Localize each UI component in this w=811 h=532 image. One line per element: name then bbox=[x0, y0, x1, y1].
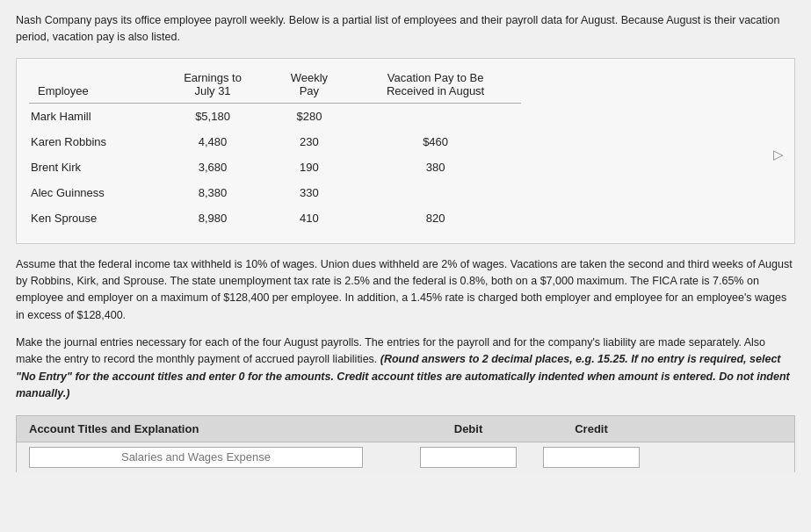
weekly-value: 190 bbox=[269, 155, 351, 180]
credit-input[interactable] bbox=[543, 447, 640, 468]
journal-header-row: Account Titles and Explanation Debit Cre… bbox=[16, 415, 795, 442]
assume-paragraph: Assume that the federal income tax withh… bbox=[16, 256, 795, 325]
earnings-value: $5,180 bbox=[156, 103, 268, 129]
journal-account-col[interactable] bbox=[29, 447, 407, 468]
col-header-vacation: Vacation Pay to BeReceived in August bbox=[350, 68, 521, 104]
debit-input[interactable] bbox=[420, 447, 517, 468]
earnings-value: 8,380 bbox=[156, 180, 268, 205]
employee-name: Brent Kirk bbox=[29, 155, 156, 180]
vacation-value: $460 bbox=[350, 129, 521, 155]
payroll-table-wrapper: Employee Earnings toJuly 31 WeeklyPay Va… bbox=[16, 58, 795, 244]
employee-name: Karen Robbins bbox=[29, 129, 156, 155]
vacation-value bbox=[350, 180, 521, 205]
vacation-value: 380 bbox=[350, 155, 521, 180]
intro-paragraph: Nash Company pays its office employee pa… bbox=[16, 12, 795, 46]
earnings-value: 3,680 bbox=[156, 155, 268, 180]
journal-col-debit-header: Debit bbox=[407, 422, 530, 435]
table-row: Brent Kirk 3,680 190 380 bbox=[29, 155, 521, 180]
table-row: Alec Guinness 8,380 330 bbox=[29, 180, 521, 205]
payroll-table: Employee Earnings toJuly 31 WeeklyPay Va… bbox=[29, 68, 521, 231]
col-header-weekly: WeeklyPay bbox=[269, 68, 351, 104]
employee-name: Mark Hamill bbox=[29, 103, 156, 129]
vacation-value bbox=[350, 103, 521, 129]
journal-debit-col[interactable] bbox=[407, 447, 530, 468]
employee-name: Ken Sprouse bbox=[29, 205, 156, 231]
journal-col-credit-header: Credit bbox=[530, 422, 653, 435]
vacation-value: 820 bbox=[350, 205, 521, 231]
page: Nash Company pays its office employee pa… bbox=[0, 0, 811, 532]
account-title-input[interactable] bbox=[29, 447, 363, 468]
weekly-value: 330 bbox=[269, 180, 351, 205]
weekly-value: $280 bbox=[269, 103, 351, 129]
table-row: Mark Hamill $5,180 $280 bbox=[29, 103, 521, 129]
journal-credit-col[interactable] bbox=[530, 447, 653, 468]
earnings-value: 8,980 bbox=[156, 205, 268, 231]
weekly-value: 230 bbox=[269, 129, 351, 155]
journal-entry-row[interactable] bbox=[16, 442, 795, 472]
employee-name: Alec Guinness bbox=[29, 180, 156, 205]
col-header-employee: Employee bbox=[29, 68, 156, 104]
weekly-value: 410 bbox=[269, 205, 351, 231]
earnings-value: 4,480 bbox=[156, 129, 268, 155]
instruction-paragraph: Make the journal entries necessary for e… bbox=[16, 334, 795, 403]
journal-col-account-header: Account Titles and Explanation bbox=[29, 422, 407, 435]
table-row: Karen Robbins 4,480 230 $460 bbox=[29, 129, 521, 155]
cursor-icon: ▷ bbox=[773, 147, 784, 162]
col-header-earnings: Earnings toJuly 31 bbox=[156, 68, 268, 104]
journal-section: Account Titles and Explanation Debit Cre… bbox=[16, 415, 795, 472]
table-row: Ken Sprouse 8,980 410 820 bbox=[29, 205, 521, 231]
